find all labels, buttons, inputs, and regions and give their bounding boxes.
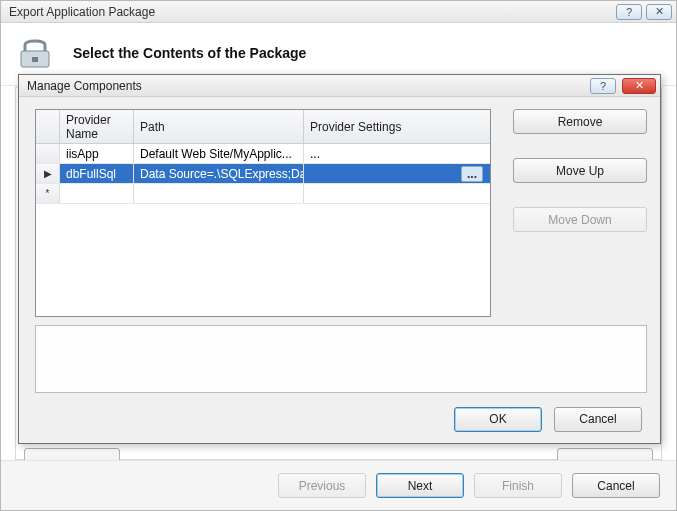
dialog-titlebar[interactable]: Manage Components ? ✕ — [19, 75, 660, 97]
ok-button[interactable]: OK — [454, 407, 542, 432]
table-row[interactable]: ▶dbFullSqlData Source=.\SQLExpress;Dat..… — [36, 164, 490, 184]
col-provider-settings[interactable]: Provider Settings — [304, 110, 490, 143]
outer-window-title: Export Application Package — [9, 5, 155, 19]
cell-settings[interactable]: ... — [304, 164, 490, 183]
cell-provider[interactable] — [60, 184, 134, 203]
cell-path[interactable]: Default Web Site/MyApplic... — [134, 144, 304, 163]
move-up-button[interactable]: Move Up — [513, 158, 647, 183]
ellipsis-button[interactable]: ... — [461, 166, 483, 182]
outer-titlebar[interactable]: Export Application Package ? ✕ — [1, 1, 676, 23]
cell-provider[interactable]: iisApp — [60, 144, 134, 163]
cancel-button[interactable]: Cancel — [572, 473, 660, 498]
components-grid[interactable]: Provider Name Path Provider Settings iis… — [35, 109, 491, 317]
package-icon — [15, 33, 55, 73]
remove-button[interactable]: Remove — [513, 109, 647, 134]
side-buttons: Remove Move Up Move Down — [513, 109, 647, 232]
table-row[interactable]: iisAppDefault Web Site/MyApplic...... — [36, 144, 490, 164]
cell-settings[interactable]: ... — [304, 144, 490, 163]
svg-rect-1 — [32, 57, 38, 62]
grid-header: Provider Name Path Provider Settings — [36, 110, 490, 144]
manage-components-dialog: Manage Components ? ✕ Provider Name Path… — [18, 74, 661, 444]
row-marker — [36, 144, 60, 163]
outer-close-button[interactable]: ✕ — [646, 4, 672, 20]
dialog-title: Manage Components — [27, 79, 142, 93]
dialog-close-button[interactable]: ✕ — [622, 78, 656, 94]
dialog-cancel-button[interactable]: Cancel — [554, 407, 642, 432]
move-down-button: Move Down — [513, 207, 647, 232]
details-panel — [35, 325, 647, 393]
cell-provider[interactable]: dbFullSql — [60, 164, 134, 183]
col-provider-name[interactable]: Provider Name — [60, 110, 134, 143]
dialog-help-button[interactable]: ? — [590, 78, 616, 94]
wizard-footer: Previous Next Finish Cancel — [1, 460, 676, 510]
row-marker: * — [36, 184, 60, 203]
previous-button: Previous — [278, 473, 366, 498]
finish-button: Finish — [474, 473, 562, 498]
wizard-title: Select the Contents of the Package — [73, 45, 306, 61]
outer-help-button[interactable]: ? — [616, 4, 642, 20]
cell-settings[interactable] — [304, 184, 490, 203]
table-row[interactable]: * — [36, 184, 490, 204]
next-button[interactable]: Next — [376, 473, 464, 498]
dialog-footer: OK Cancel — [19, 395, 660, 443]
cell-path[interactable]: Data Source=.\SQLExpress;Dat — [134, 164, 304, 183]
col-path[interactable]: Path — [134, 110, 304, 143]
cell-path[interactable] — [134, 184, 304, 203]
row-marker: ▶ — [36, 164, 60, 183]
